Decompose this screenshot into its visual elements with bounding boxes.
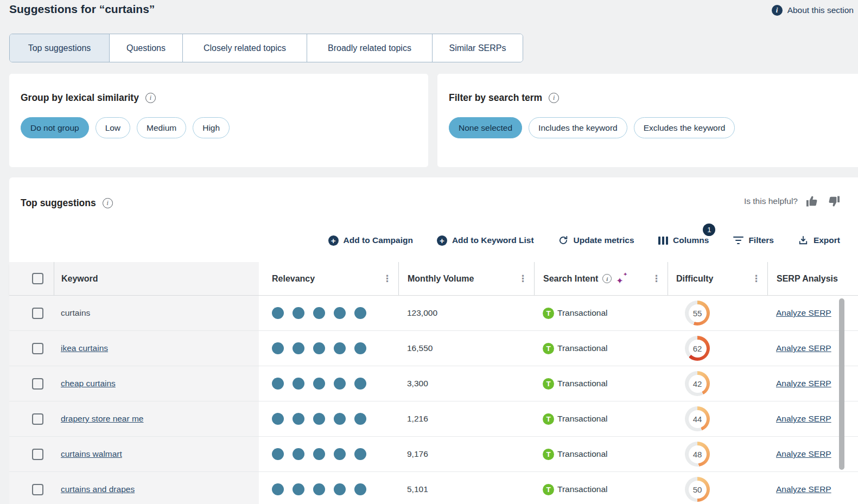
analyze-serp-link[interactable]: Analyze SERP xyxy=(776,343,831,353)
relevancy-dot-icon xyxy=(313,483,325,495)
tab-similar-serps[interactable]: Similar SERPs xyxy=(433,34,523,62)
column-header-monthly-volume[interactable]: Monthly Volume xyxy=(408,274,474,284)
select-all-checkbox[interactable] xyxy=(32,273,43,284)
analyze-serp-link[interactable]: Analyze SERP xyxy=(776,449,831,459)
relevancy-dot-icon xyxy=(293,342,304,354)
analyze-serp-link[interactable]: Analyze SERP xyxy=(776,484,831,494)
row-checkbox[interactable] xyxy=(32,308,43,319)
analyze-serp-link[interactable]: Analyze SERP xyxy=(776,414,831,424)
column-menu-icon[interactable]: ⋮ xyxy=(752,274,761,283)
table-row: curtains and drapes 5,101 T Transactiona… xyxy=(9,472,858,504)
helpful-widget: Is this helpful? xyxy=(744,195,840,208)
relevancy-dots xyxy=(259,401,398,436)
relevancy-dots xyxy=(259,331,398,366)
relevancy-dot-icon xyxy=(272,307,284,319)
intent-label: Transactional xyxy=(557,343,607,353)
add-to-campaign-button[interactable]: + Add to Campaign xyxy=(328,235,413,246)
keyword-link[interactable]: drapery store near me xyxy=(61,414,144,424)
info-icon[interactable]: i xyxy=(145,93,156,103)
thumbs-up-icon[interactable] xyxy=(806,195,819,208)
tab-questions[interactable]: Questions xyxy=(110,34,183,62)
relevancy-dot-icon xyxy=(354,483,366,495)
plus-circle-icon: + xyxy=(328,235,339,246)
row-checkbox[interactable] xyxy=(32,378,43,390)
difficulty-value: 55 xyxy=(689,304,707,322)
relevancy-dots xyxy=(259,366,398,401)
relevancy-dot-icon xyxy=(313,342,325,354)
update-metrics-button[interactable]: Update metrics xyxy=(558,235,634,246)
pill-do-not-group[interactable]: Do not group xyxy=(21,117,89,138)
pill-medium[interactable]: Medium xyxy=(137,117,186,138)
about-this-section-link[interactable]: i About this section xyxy=(772,5,854,16)
table-body: curtains 123,000 T Transactional 55 Anal… xyxy=(9,296,858,504)
column-header-keyword[interactable]: Keyword xyxy=(61,274,98,284)
relevancy-dots xyxy=(259,296,398,330)
pill-none-selected[interactable]: None selected xyxy=(449,117,522,138)
relevancy-dot-icon xyxy=(293,413,304,425)
tab-broadly-related[interactable]: Broadly related topics xyxy=(307,34,433,62)
group-by-panel: Group by lexical similarity i Do not gro… xyxy=(9,74,428,167)
difficulty-value: 44 xyxy=(689,410,707,428)
monthly-volume-value: 123,000 xyxy=(407,308,437,318)
column-header-search-intent[interactable]: Search Intent xyxy=(543,274,598,284)
keyword-link[interactable]: curtains walmart xyxy=(61,449,122,459)
info-filled-icon: i xyxy=(772,5,783,16)
pill-includes-keyword[interactable]: Includes the keyword xyxy=(529,117,627,138)
add-to-keyword-list-button[interactable]: + Add to Keyword List xyxy=(437,235,534,246)
relevancy-dot-icon xyxy=(272,378,284,390)
difficulty-value: 48 xyxy=(689,445,707,463)
column-menu-icon[interactable]: ⋮ xyxy=(652,274,661,283)
pill-high[interactable]: High xyxy=(193,117,230,138)
relevancy-dot-icon xyxy=(334,448,346,460)
relevancy-dot-icon xyxy=(313,413,325,425)
filter-icon xyxy=(733,237,743,245)
thumbs-down-icon[interactable] xyxy=(827,195,840,208)
difficulty-donut: 44 xyxy=(685,406,710,431)
relevancy-dot-icon xyxy=(293,448,304,460)
analyze-serp-link[interactable]: Analyze SERP xyxy=(776,379,831,388)
columns-button[interactable]: Columns 1 xyxy=(658,235,709,245)
tab-closely-related[interactable]: Closely related topics xyxy=(183,34,307,62)
row-checkbox[interactable] xyxy=(32,484,43,495)
keyword-link[interactable]: ikea curtains xyxy=(61,343,108,353)
relevancy-dot-icon xyxy=(272,413,284,425)
helpful-label: Is this helpful? xyxy=(744,196,798,206)
relevancy-dot-icon xyxy=(293,483,304,495)
analyze-serp-link[interactable]: Analyze SERP xyxy=(776,308,831,318)
column-header-relevancy[interactable]: Relevancy xyxy=(272,274,315,284)
table-row: curtains walmart 9,176 T Transactional 4… xyxy=(9,437,858,472)
suggestions-table: Keyword Relevancy ⋮ Monthly Volume ⋮ Sea… xyxy=(9,262,858,504)
keyword-link[interactable]: curtains and drapes xyxy=(61,484,135,494)
row-checkbox[interactable] xyxy=(32,343,43,354)
column-menu-icon[interactable]: ⋮ xyxy=(383,274,392,283)
group-panel-title: Group by lexical similarity xyxy=(21,92,139,104)
table-row: curtains 123,000 T Transactional 55 Anal… xyxy=(9,296,858,331)
info-icon[interactable]: i xyxy=(602,274,612,283)
keyword-link[interactable]: cheap curtains xyxy=(61,379,116,388)
difficulty-donut: 42 xyxy=(685,371,710,396)
transactional-badge-icon: T xyxy=(543,413,554,425)
pill-excludes-keyword[interactable]: Excludes the keyword xyxy=(634,117,735,138)
column-header-difficulty[interactable]: Difficulty xyxy=(676,274,713,284)
filter-panel: Filter by search term i None selected In… xyxy=(437,74,858,167)
relevancy-dot-icon xyxy=(272,342,284,354)
about-label: About this section xyxy=(787,5,854,15)
export-button[interactable]: Export xyxy=(798,235,840,246)
intent-label: Transactional xyxy=(557,484,607,494)
filter-panel-title: Filter by search term xyxy=(449,92,542,104)
intent-label: Transactional xyxy=(557,308,607,318)
row-checkbox[interactable] xyxy=(32,449,43,460)
filters-button[interactable]: Filters xyxy=(733,235,774,245)
column-menu-icon[interactable]: ⋮ xyxy=(518,274,527,283)
transactional-badge-icon: T xyxy=(543,308,554,319)
difficulty-value: 42 xyxy=(689,375,707,393)
row-checkbox[interactable] xyxy=(32,413,43,425)
table-row: drapery store near me 1,216 T Transactio… xyxy=(9,401,858,437)
tab-top-suggestions[interactable]: Top suggestions xyxy=(10,34,110,62)
info-icon[interactable]: i xyxy=(549,93,559,103)
relevancy-dot-icon xyxy=(313,448,325,460)
difficulty-value: 62 xyxy=(689,340,707,358)
info-icon[interactable]: i xyxy=(103,198,113,208)
pill-low[interactable]: Low xyxy=(96,117,130,138)
table-header-row: Keyword Relevancy ⋮ Monthly Volume ⋮ Sea… xyxy=(9,262,858,296)
